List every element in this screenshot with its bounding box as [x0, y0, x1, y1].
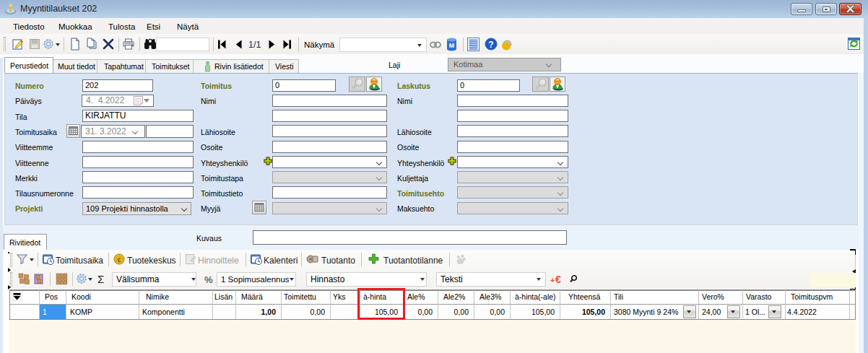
svg-text:?: ?	[488, 40, 493, 50]
svg-text:€: €	[117, 256, 121, 263]
svg-text:M: M	[449, 42, 455, 49]
